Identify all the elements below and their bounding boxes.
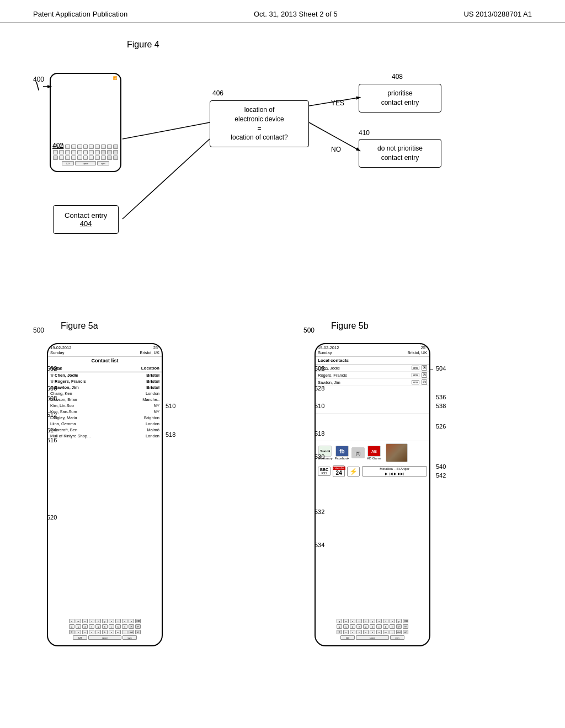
app-label-facebook: Facebook xyxy=(335,457,349,460)
kb-key xyxy=(107,144,112,149)
kb-key xyxy=(77,150,82,154)
local-contact-rows: Chen, Jodiesms✉Rogers, Francissms✉Sawton… xyxy=(316,365,429,386)
app-icons-row: Suomi Dictionary fb Facebook (5) xyxy=(316,441,429,464)
kb-key xyxy=(95,156,100,160)
contact-location: Bristol xyxy=(146,379,159,384)
svg-line-3 xyxy=(122,139,210,219)
phone-mockup-fig4: 📶 xyxy=(50,73,121,172)
contact-name: Kim, Lin-Soo xyxy=(50,403,74,408)
contact-row: Langley, MariaBrighton xyxy=(48,415,162,421)
kb-key xyxy=(101,156,106,160)
figure5a-title: Figure 5a xyxy=(61,321,98,331)
app-badge: (5) xyxy=(351,447,365,458)
flow-410-line1: do not prioritise xyxy=(377,144,423,152)
contact-row: Chang, KenLondon xyxy=(48,390,162,397)
label-530: 530 xyxy=(315,453,324,460)
temp-5a: 25° xyxy=(153,345,159,350)
kb-row: a s d f g h j k l ✓ ↵ xyxy=(50,624,159,629)
contact-location: Bristol xyxy=(146,385,159,390)
kb-key xyxy=(65,144,70,149)
kb-key-space: space xyxy=(75,161,96,165)
figure4-area: Figure 4 400 📶 xyxy=(33,40,532,304)
label-526: 526 xyxy=(436,423,446,430)
label-506: 506 xyxy=(47,385,57,392)
kb-key xyxy=(95,150,100,154)
kb-row-2 xyxy=(53,150,118,154)
page-header: Patent Application Publication Oct. 31, … xyxy=(0,0,565,23)
app-photo xyxy=(386,443,408,462)
local-contact-row: Rogers, Francissms✉ xyxy=(316,372,429,379)
location-5a: Bristol, UK xyxy=(140,350,159,355)
contact-location: NY xyxy=(154,403,159,408)
flow-406-line2: electronic device xyxy=(234,115,284,123)
kb-row: ⇧ z x c v b n m , del ↵ xyxy=(50,630,159,634)
no-label: NO xyxy=(331,146,341,153)
contact-row: ☆Sawton, JimBristol xyxy=(48,384,162,390)
header-left: Patent Application Publication xyxy=(33,10,127,18)
app-label-abgame: AB Game xyxy=(367,457,381,460)
local-contact-actions: sms✉ xyxy=(412,365,427,371)
label-518b: 518 xyxy=(315,430,324,437)
day-5b: Sunday xyxy=(318,350,332,355)
local-contact-actions: sms✉ xyxy=(412,372,427,378)
label-400: 400 xyxy=(33,76,44,83)
label-516: 516 xyxy=(47,437,57,443)
kb-key xyxy=(89,144,94,149)
label-520: 520 xyxy=(47,514,57,521)
app-fb: fb Facebook xyxy=(335,446,349,460)
media-artist: Metallica – St.Anger xyxy=(380,467,409,470)
kb-key xyxy=(89,156,94,160)
kb-row-3 xyxy=(53,156,118,160)
label-510b: 510 xyxy=(315,403,324,409)
figure4-title: Figure 4 xyxy=(127,40,159,50)
figure5b-title: Figure 5b xyxy=(331,321,369,331)
contact-entry-box: Contact entry 404 xyxy=(53,205,119,234)
keyboard-5a: q w e r t y u i o p ⌫ a s d f g xyxy=(50,619,159,641)
kb-key xyxy=(65,156,70,160)
contact-list-header-5a: Name Location xyxy=(48,365,162,372)
keyboard-5b: q w e r t y u i o p ⌫ a s d f g xyxy=(318,619,427,641)
contact-entry-num: 404 xyxy=(65,220,107,228)
contact-name: Liina, Gemma xyxy=(50,421,76,426)
local-contact-row: Chen, Jodiesms✉ xyxy=(316,365,429,372)
phone5a: 19-02-2012 Sunday 25° Bristol, UK Contac… xyxy=(47,343,163,646)
label-540: 540 xyxy=(436,463,446,470)
contact-entry-text: Contact entry xyxy=(65,211,107,220)
contact-row: Koo, San-SumNY xyxy=(48,409,162,415)
kb-key xyxy=(71,144,76,149)
flow-410-line2: contact entry xyxy=(381,154,419,162)
phone5b: 19-02-2012 Sunday 25° Bristol, UK Local … xyxy=(315,343,430,646)
kb-key-123: 123 xyxy=(62,161,74,165)
kb-key xyxy=(53,156,58,160)
kb-key xyxy=(95,144,100,149)
contact-location: London xyxy=(146,391,159,396)
contact-name: ☆Chen, Jodie xyxy=(50,373,78,378)
sms-badge: sms xyxy=(412,366,419,370)
kb-key xyxy=(65,150,70,154)
label-504: 504 xyxy=(436,365,446,372)
kb-row: ⇧ z x c v b n m , del ↵ xyxy=(318,630,427,634)
local-contacts-label: Local contacts xyxy=(316,357,429,365)
contact-location: Malmö xyxy=(147,427,159,432)
kb-key xyxy=(83,150,88,154)
label-510: 510 xyxy=(166,403,175,409)
flow-box-406: location of electronic device = location… xyxy=(210,100,309,147)
yes-label: YES xyxy=(331,99,344,107)
label-542: 542 xyxy=(436,472,446,479)
media-row: BBC RSS calendar 24 ⚡ Metallica – St.Ang… xyxy=(316,464,429,478)
media-bbc: BBC RSS xyxy=(318,467,331,476)
signal-icon: 📶 xyxy=(113,76,117,80)
label-528: 528 xyxy=(315,385,324,392)
kb-key xyxy=(71,150,76,154)
sms-badge: sms xyxy=(412,380,419,384)
kb-key xyxy=(77,156,82,160)
label-534: 534 xyxy=(315,542,324,548)
flow-box-410: do not prioritise contact entry xyxy=(359,139,441,168)
contact-row: Liina, GemmaLondon xyxy=(48,421,162,427)
local-contact-row: Sawton, Jimsms✉ xyxy=(316,379,429,386)
kb-key xyxy=(71,156,76,160)
header-right: US 2013/0288701 A1 xyxy=(463,10,532,18)
label-538: 538 xyxy=(436,403,446,409)
label-536: 536 xyxy=(436,394,446,400)
kb-key xyxy=(101,150,106,154)
